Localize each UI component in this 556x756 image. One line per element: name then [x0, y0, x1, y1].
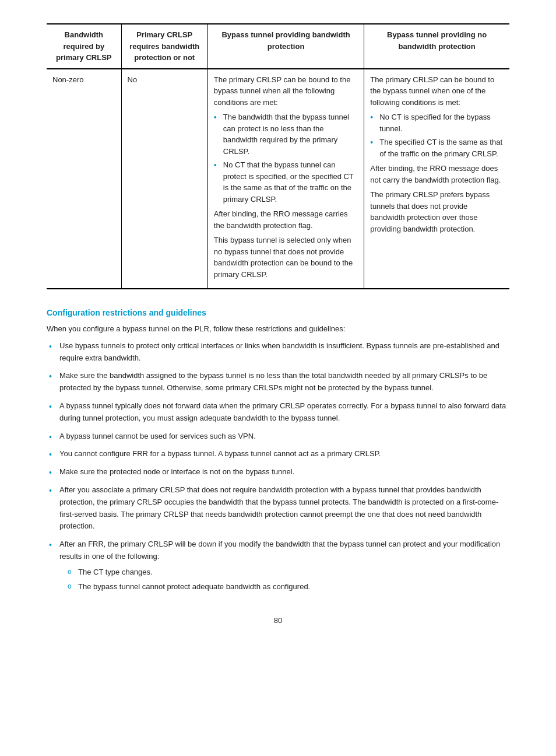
col3-bullet-1: The bandwidth that the bypass tunnel can… — [214, 111, 358, 157]
col3-p1: After binding, the RRO message carries t… — [214, 208, 358, 231]
cell-requires: No — [121, 69, 207, 289]
guideline-6: Make sure the protected node or interfac… — [47, 466, 509, 478]
guideline-5: You cannot configure FRR for a bypass tu… — [47, 448, 509, 460]
guideline-2: Make sure the bandwidth assigned to the … — [47, 370, 509, 394]
col3-p2: This bypass tunnel is selected only when… — [214, 235, 358, 280]
col4-bullets: No CT is specified for the bypass tunnel… — [370, 111, 504, 159]
guideline-3: A bypass tunnel typically does not forwa… — [47, 400, 509, 425]
sub-item-1: The CT type changes. — [65, 566, 509, 579]
col4-bullet-1: No CT is specified for the bypass tunnel… — [370, 111, 504, 134]
col4-bullet-2: The specified CT is the same as that of … — [370, 136, 504, 159]
cell-bandwidth: Non-zero — [47, 69, 121, 289]
col4-p1: After binding, the RRO message does not … — [370, 163, 504, 186]
col4-intro: The primary CRLSP can be bound to the by… — [370, 74, 504, 108]
section-intro: When you configure a bypass tunnel on th… — [47, 323, 509, 335]
cell-bypass-without: The primary CRLSP can be bound to the by… — [364, 69, 509, 289]
table-row: Non-zero No The primary CRLSP can be bou… — [47, 69, 509, 289]
section-title: Configuration restrictions and guideline… — [47, 308, 509, 317]
guideline-4: A bypass tunnel cannot be used for servi… — [47, 430, 509, 443]
col3-bullet-2: No CT that the bypass tunnel can protect… — [214, 159, 358, 205]
sub-item-2: The bypass tunnel cannot protect adequat… — [65, 581, 509, 593]
col3-intro: The primary CRLSP can be bound to the by… — [214, 74, 358, 108]
col-header-1: Bandwidth required by primary CRLSP — [47, 24, 121, 69]
col-header-2: Primary CRLSP requires bandwidth protect… — [121, 24, 207, 69]
guideline-7: After you associate a primary CRLSP that… — [47, 484, 509, 533]
guideline-1: Use bypass tunnels to protect only criti… — [47, 340, 509, 365]
config-section: Configuration restrictions and guideline… — [47, 308, 509, 593]
col-header-3: Bypass tunnel providing bandwidth protec… — [207, 24, 364, 69]
sub-list: The CT type changes. The bypass tunnel c… — [65, 566, 509, 593]
guideline-8: After an FRR, the primary CRLSP will be … — [47, 538, 509, 593]
guidelines-list: Use bypass tunnels to protect only criti… — [47, 340, 509, 593]
col-header-4: Bypass tunnel providing no bandwidth pro… — [364, 24, 509, 69]
col4-p2: The primary CRLSP prefers bypass tunnels… — [370, 189, 504, 235]
col3-bullets: The bandwidth that the bypass tunnel can… — [214, 111, 358, 205]
cell-bypass-with: The primary CRLSP can be bound to the by… — [207, 69, 364, 289]
page-number: 80 — [47, 616, 509, 625]
bandwidth-table: Bandwidth required by primary CRLSP Prim… — [47, 23, 509, 289]
